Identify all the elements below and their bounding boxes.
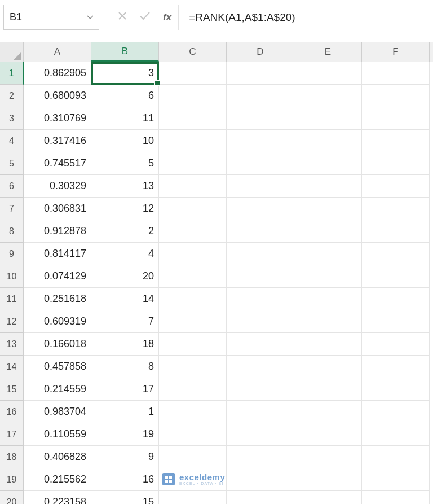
cell[interactable] xyxy=(227,333,294,356)
cell[interactable] xyxy=(227,220,294,243)
cell[interactable] xyxy=(227,85,294,107)
cell[interactable]: 16 xyxy=(91,468,159,491)
cell[interactable]: 0.214559 xyxy=(24,378,91,401)
cell[interactable] xyxy=(159,378,227,401)
row-header[interactable]: 17 xyxy=(0,423,24,446)
row-header[interactable]: 4 xyxy=(0,130,24,152)
cell[interactable] xyxy=(362,243,430,265)
cell[interactable] xyxy=(294,491,362,504)
cell[interactable]: 0.745517 xyxy=(24,152,91,175)
cell[interactable]: 0.310769 xyxy=(24,107,91,130)
fx-icon[interactable]: fx xyxy=(163,12,171,23)
cell[interactable] xyxy=(227,130,294,152)
cell[interactable] xyxy=(362,378,430,401)
cell[interactable] xyxy=(159,152,227,175)
cell[interactable] xyxy=(362,130,430,152)
cell[interactable] xyxy=(159,288,227,310)
cell[interactable] xyxy=(227,491,294,504)
cell[interactable] xyxy=(362,107,430,130)
grid[interactable]: 10.862905320.680093630.3107691140.317416… xyxy=(0,62,433,504)
col-header-C[interactable]: C xyxy=(159,42,227,62)
col-header-E[interactable]: E xyxy=(294,42,362,62)
chevron-down-icon[interactable] xyxy=(82,14,99,21)
row-header[interactable]: 11 xyxy=(0,288,24,310)
cell[interactable] xyxy=(362,265,430,288)
select-all-corner[interactable] xyxy=(0,42,24,62)
cell[interactable] xyxy=(159,491,227,504)
cell[interactable] xyxy=(159,198,227,220)
cell[interactable] xyxy=(362,423,430,446)
cell[interactable] xyxy=(294,152,362,175)
cell[interactable] xyxy=(227,265,294,288)
cell[interactable] xyxy=(294,288,362,310)
cell[interactable]: 0.166018 xyxy=(24,333,91,356)
cell[interactable] xyxy=(227,310,294,333)
row-header[interactable]: 16 xyxy=(0,401,24,423)
cell[interactable]: 0.862905 xyxy=(24,62,91,85)
row-header[interactable]: 6 xyxy=(0,175,24,198)
row-header[interactable]: 13 xyxy=(0,333,24,356)
cell[interactable] xyxy=(294,356,362,378)
cell[interactable] xyxy=(159,62,227,85)
cell[interactable] xyxy=(294,85,362,107)
cell[interactable] xyxy=(159,356,227,378)
cell[interactable] xyxy=(362,220,430,243)
cell[interactable]: 0.30329 xyxy=(24,175,91,198)
cell[interactable]: 3 xyxy=(91,62,159,85)
cell[interactable] xyxy=(294,130,362,152)
row-header[interactable]: 9 xyxy=(0,243,24,265)
cell[interactable] xyxy=(294,62,362,85)
cell[interactable] xyxy=(294,446,362,468)
cell[interactable] xyxy=(159,130,227,152)
cell[interactable]: 5 xyxy=(91,152,159,175)
cell[interactable] xyxy=(362,198,430,220)
cancel-icon[interactable] xyxy=(118,11,127,23)
cell[interactable] xyxy=(159,401,227,423)
cell[interactable]: 6 xyxy=(91,85,159,107)
col-header-F[interactable]: F xyxy=(362,42,430,62)
cell[interactable]: 11 xyxy=(91,107,159,130)
cell[interactable] xyxy=(227,356,294,378)
cell[interactable]: 0.317416 xyxy=(24,130,91,152)
row-header[interactable]: 3 xyxy=(0,107,24,130)
row-header[interactable]: 14 xyxy=(0,356,24,378)
cell[interactable] xyxy=(159,333,227,356)
cell[interactable] xyxy=(362,85,430,107)
cell[interactable]: 0.406828 xyxy=(24,446,91,468)
cell[interactable] xyxy=(227,401,294,423)
cell[interactable]: 0.306831 xyxy=(24,198,91,220)
name-box[interactable]: B1 xyxy=(3,5,99,30)
cell[interactable] xyxy=(294,423,362,446)
cell[interactable] xyxy=(362,356,430,378)
row-header[interactable]: 10 xyxy=(0,265,24,288)
cell[interactable] xyxy=(362,446,430,468)
cell[interactable]: 0.223158 xyxy=(24,491,91,504)
cell[interactable] xyxy=(362,310,430,333)
cell[interactable] xyxy=(159,107,227,130)
cell[interactable] xyxy=(227,107,294,130)
cell[interactable]: 1 xyxy=(91,401,159,423)
cell[interactable]: 19 xyxy=(91,423,159,446)
enter-icon[interactable] xyxy=(139,11,151,23)
cell[interactable] xyxy=(227,175,294,198)
cell[interactable] xyxy=(227,423,294,446)
row-header[interactable]: 7 xyxy=(0,198,24,220)
row-header[interactable]: 19 xyxy=(0,468,24,491)
cell[interactable]: 18 xyxy=(91,333,159,356)
cell[interactable]: 4 xyxy=(91,243,159,265)
cell[interactable]: 13 xyxy=(91,175,159,198)
cell[interactable]: 0.457858 xyxy=(24,356,91,378)
cell[interactable]: 0.680093 xyxy=(24,85,91,107)
cell[interactable]: 17 xyxy=(91,378,159,401)
cell[interactable]: 0.912878 xyxy=(24,220,91,243)
cell[interactable] xyxy=(227,468,294,491)
cell[interactable] xyxy=(294,468,362,491)
cell[interactable] xyxy=(294,310,362,333)
cell[interactable] xyxy=(362,468,430,491)
cell[interactable] xyxy=(362,333,430,356)
col-header-D[interactable]: D xyxy=(227,42,294,62)
cell[interactable] xyxy=(159,175,227,198)
cell[interactable] xyxy=(227,446,294,468)
cell[interactable]: 8 xyxy=(91,356,159,378)
cell[interactable] xyxy=(159,265,227,288)
